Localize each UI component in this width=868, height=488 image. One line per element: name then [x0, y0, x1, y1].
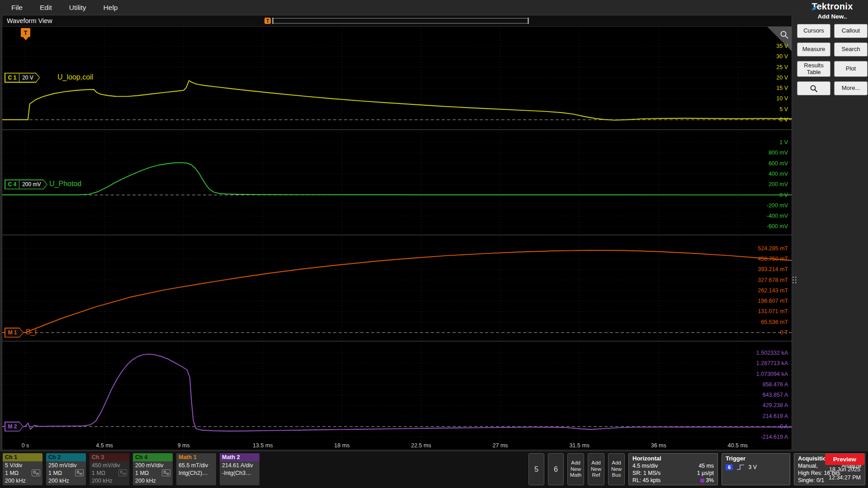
bandwidth-limit-icon: BW	[75, 469, 84, 477]
y-tick-label-math1: 131.071 mT	[758, 308, 788, 314]
channel-badge-math-1[interactable]: Math 165.5 mT/divIntg(Ch2)…	[176, 453, 216, 485]
x-tick-label: 27 ms	[493, 442, 508, 449]
results-table-button[interactable]: Results Table	[797, 61, 830, 77]
rising-edge-icon	[736, 464, 745, 470]
overview-track[interactable]	[273, 18, 528, 23]
horizontal-title: Horizontal	[632, 455, 714, 462]
y-tick-label-math2: 214.619 A	[763, 413, 788, 419]
zoom-button[interactable]	[797, 81, 830, 95]
y-tick-label-ch4: 600 mV	[769, 160, 788, 167]
channel-setting: 250 mV/div	[46, 461, 86, 469]
waveform-badge-math2[interactable]: M 2	[5, 422, 24, 432]
cursors-button[interactable]: Cursors	[797, 24, 830, 38]
add-new-ref-button[interactable]: AddNewRef	[588, 453, 604, 485]
bandwidth-limit-icon: BW	[162, 469, 170, 477]
menu-item-edit[interactable]: Edit	[31, 1, 61, 14]
channel-button-6[interactable]: 6	[548, 453, 564, 485]
channel-button-5[interactable]: 5	[528, 453, 544, 485]
x-tick-label: 9 ms	[178, 442, 190, 449]
callout-button[interactable]: Callout	[834, 24, 868, 38]
more-button[interactable]: More...	[834, 81, 868, 95]
channel-badge-ch-2[interactable]: Ch 2250 mV/div1 MΩBW200 kHz	[46, 453, 86, 485]
menu-item-utility[interactable]: Utility	[61, 1, 95, 14]
y-tick-label-ch1: 30 V	[776, 53, 788, 60]
channel-setting: Intg(Ch2)…	[176, 469, 216, 477]
y-tick-label-math1: 327.678 mT	[758, 277, 788, 283]
channel-badge-header: Math 2	[220, 453, 259, 461]
y-tick-label-math1: 393.214 mT	[758, 266, 788, 272]
y-tick-label-ch4: -400 mV	[767, 213, 788, 219]
y-tick-label-ch1: 25 V	[776, 64, 788, 70]
channel-setting: 200 mV/div	[133, 461, 173, 469]
y-tick-label-math2: 858.476 A	[763, 381, 788, 388]
channel-badge-ch-3[interactable]: Ch 3450 mV/div1 MΩBW200 kHz	[90, 453, 129, 485]
waveform-badge-math1[interactable]: M 1	[5, 328, 24, 338]
add-new-bus-button[interactable]: AddNewBus	[608, 453, 625, 485]
y-tick-label-math2: 1.073094 kA	[756, 371, 788, 377]
channel-badges: Ch 15 V/div1 MΩBW200 kHzCh 2250 mV/div1 …	[3, 453, 259, 485]
bandwidth-limit-icon: BW	[32, 469, 40, 477]
waveform-canvas[interactable]	[2, 27, 792, 441]
y-tick-label-math1: 524.285 mT	[758, 245, 788, 252]
y-tick-label-math2: 643.857 A	[763, 392, 788, 398]
channel-setting: 200 kHz	[46, 477, 86, 484]
overview-left-bracket[interactable]	[272, 18, 274, 24]
add-new-heading: Add New..	[818, 13, 847, 20]
plot-button[interactable]: Plot	[834, 61, 868, 77]
channel-badge-header: Ch 3	[90, 453, 129, 461]
acquisition-status: Single: 0/1	[798, 477, 824, 484]
trigger-level: 3 V	[748, 464, 756, 470]
right-panel-buttons: CursorsCalloutMeasureSearchResults Table…	[797, 24, 868, 95]
zoom-overview-bar[interactable]: T	[264, 18, 528, 24]
x-tick-label: 40.5 ms	[728, 442, 748, 449]
preview-button[interactable]: Preview	[825, 454, 864, 465]
menu-item-help[interactable]: Help	[95, 1, 127, 14]
waveform-plot-area[interactable]: T 35 V30 V25 V20 V15 V10 V5 V0 VC 120 VU…	[2, 27, 792, 450]
channel-setting: 200 kHz	[133, 477, 173, 484]
app-root: FileEditUtilityHelp Waveform View T T 35…	[0, 0, 868, 488]
channel-setting: 450 mV/div	[90, 461, 129, 469]
search-button[interactable]: Search	[834, 42, 868, 56]
channel-badge-math-2[interactable]: Math 2214.61 A/div-Intg(Ch3…	[220, 453, 259, 485]
horizontal-percent: 3%	[706, 477, 714, 484]
channel-setting: -Intg(Ch3…	[220, 469, 259, 477]
y-tick-label-ch4: 1 V	[779, 139, 788, 145]
horizontal-scale: 4.5 ms/div	[632, 462, 658, 469]
y-tick-label-math1: 0 T	[780, 329, 788, 336]
channel-setting: 65.5 mT/div	[176, 461, 216, 469]
y-tick-label-math1: 458.750 mT	[758, 256, 788, 262]
channel-badge-header: Math 1	[176, 453, 216, 461]
add-new-math-button[interactable]: AddNewMath	[567, 453, 584, 485]
x-tick-label: 31.5 ms	[569, 442, 589, 449]
channel-badge-ch-1[interactable]: Ch 15 V/div1 MΩBW200 kHz	[3, 453, 42, 485]
measure-button[interactable]: Measure	[797, 42, 830, 56]
y-tick-label-ch4: 0 V	[779, 192, 788, 198]
y-tick-label-math1: 65.536 mT	[761, 319, 788, 325]
channel-badge-ch-4[interactable]: Ch 4200 mV/div1 MΩBW200 kHz	[133, 453, 173, 485]
waveform-view-window: Waveform View T T 35 V30 V25 V20 V15 V10…	[2, 15, 792, 450]
x-tick-label: 18 ms	[334, 442, 349, 449]
horizontal-panel[interactable]: Horizontal 4.5 ms/div 45 ms SR: 1 MS/s 1…	[628, 453, 718, 485]
y-tick-label-math2: 1.502332 kA	[756, 350, 788, 356]
waveform-badge-ch1[interactable]: C 120 V	[5, 73, 40, 83]
y-tick-label-ch4: 400 mV	[769, 171, 788, 177]
y-tick-label-math2: 429.238 A	[763, 402, 788, 408]
y-tick-label-ch4: 200 mV	[769, 181, 788, 188]
channel-badge-header: Ch 1	[3, 453, 42, 461]
trace-ch1	[2, 81, 792, 120]
y-tick-label-math2: 1.287713 kA	[756, 360, 788, 366]
overview-right-bracket[interactable]	[528, 18, 529, 24]
trigger-marker-flag[interactable]: T	[21, 28, 30, 37]
trigger-panel[interactable]: Trigger 6 3 V	[722, 453, 790, 485]
menu-item-file[interactable]: File	[3, 1, 31, 14]
channel-badge-header: Ch 4	[133, 453, 173, 461]
magnifier-icon	[809, 84, 818, 93]
magnifier-icon[interactable]	[779, 30, 789, 40]
panel-splitter-handle[interactable]	[793, 277, 797, 283]
channel-setting: 200 kHz	[90, 477, 129, 484]
horizontal-record-length: RL: 45 kpts	[632, 477, 660, 484]
y-tick-label-math1: 262.143 mT	[758, 287, 788, 294]
waveform-badge-ch4[interactable]: C 4200 mV	[5, 179, 47, 189]
badge-name: M 2	[8, 423, 17, 430]
extra-channel-buttons: 56	[528, 453, 564, 485]
